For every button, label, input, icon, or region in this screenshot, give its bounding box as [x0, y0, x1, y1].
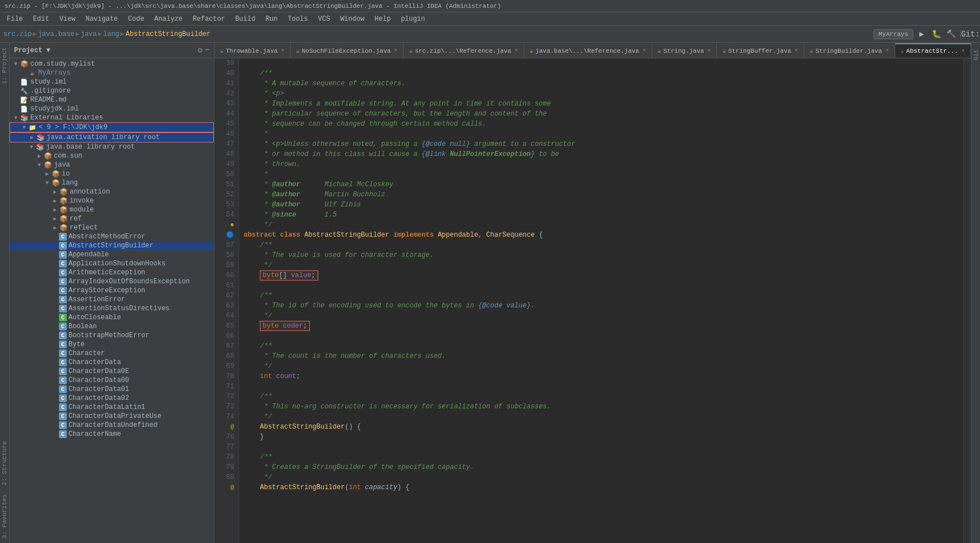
- panel-settings-icon[interactable]: ⚙: [198, 45, 202, 55]
- tree-item-label: CharacterData00: [68, 376, 129, 384]
- tree-item[interactable]: CArithmeticException: [10, 268, 214, 277]
- menu-refactor[interactable]: Refactor: [188, 14, 230, 24]
- tree-item[interactable]: ▶📦module: [10, 205, 214, 214]
- run-button[interactable]: ▶: [915, 28, 928, 40]
- code-line: int count;: [244, 371, 963, 381]
- code-line: * @author Ulf Zibis: [244, 200, 963, 210]
- tree-item-icon: C: [59, 251, 67, 259]
- tab-throwable[interactable]: ☕ Throwable.java ×: [214, 43, 290, 58]
- tree-item[interactable]: CBoolean: [10, 322, 214, 331]
- tab-close-throwable[interactable]: ×: [281, 48, 285, 54]
- project-header-label: Project ▼: [14, 47, 51, 54]
- tab-reference2[interactable]: ☕ java.base\...\Reference.java ×: [524, 43, 652, 58]
- breadcrumb-class[interactable]: AbstractStringBuilder: [126, 30, 210, 38]
- breadcrumb-java[interactable]: java: [81, 30, 97, 38]
- tab-stringbuffer[interactable]: ☕ StringBuffer.java ×: [717, 43, 804, 58]
- breadcrumb-javabase[interactable]: java.base: [38, 30, 75, 38]
- tree-item[interactable]: CArrayIndexOutOfBoundsException: [10, 277, 214, 286]
- tab-favorites[interactable]: 3: Favorites: [0, 490, 9, 543]
- tree-item[interactable]: ▶📦annotation: [10, 187, 214, 196]
- menu-file[interactable]: File: [2, 14, 28, 24]
- tab-abstractstringbuilder[interactable]: ☕ AbstractStr... ×: [895, 43, 971, 58]
- tab-structure[interactable]: 2: Structure: [0, 436, 9, 490]
- tree-item[interactable]: CCharacterData: [10, 358, 214, 367]
- menu-analyze[interactable]: Analyze: [150, 14, 187, 24]
- tree-item[interactable]: CCharacterData02: [10, 394, 214, 403]
- code-line: * sequence can be changed through certai…: [244, 119, 963, 129]
- menu-edit[interactable]: Edit: [29, 14, 54, 24]
- line-gutter: 39404142434445464748495051525354●🔵575859…: [214, 58, 239, 543]
- tree-item[interactable]: 📝README.md: [10, 95, 214, 104]
- tab-git-right[interactable]: Git: [972, 45, 981, 65]
- tree-item-icon: 📄: [20, 105, 29, 113]
- tree-item[interactable]: ▼📚java.base library root: [10, 142, 214, 151]
- tree-item[interactable]: ▶📚java.activation library root: [10, 132, 214, 142]
- tab-nosuchfile[interactable]: ☕ NoSuchFileException.java ×: [291, 43, 404, 58]
- code-line: /**: [244, 392, 963, 402]
- tree-item[interactable]: CCharacterDataPrivateUse: [10, 412, 214, 421]
- tree-item[interactable]: CBootstrapMethodError: [10, 331, 214, 340]
- menu-build[interactable]: Build: [231, 14, 260, 24]
- breadcrumb-lang[interactable]: lang: [103, 30, 120, 38]
- tree-item[interactable]: ▶📦reflect: [10, 223, 214, 232]
- menu-run[interactable]: Run: [261, 14, 282, 24]
- menu-window[interactable]: Window: [336, 14, 369, 24]
- tree-item[interactable]: CArrayStoreException: [10, 286, 214, 295]
- tree-item[interactable]: ▼📦lang: [10, 178, 214, 187]
- tree-item-icon: C: [59, 385, 67, 393]
- tree-item[interactable]: CAutoCloseable: [10, 313, 214, 322]
- run-config[interactable]: MyArrays: [873, 29, 913, 39]
- menu-navigate[interactable]: Navigate: [81, 14, 122, 24]
- tree-item[interactable]: ▼📁< 9 > F:\JDK\jdk9: [10, 122, 214, 132]
- tab-stringbuilder[interactable]: ☕ StringBuilder.java ×: [804, 43, 895, 58]
- tree-item-label: annotation: [70, 188, 110, 196]
- code-line: * The count is the number of characters …: [244, 351, 963, 361]
- tree-item[interactable]: ▼📚External Libraries: [10, 113, 214, 122]
- tree-item[interactable]: CAppendable: [10, 250, 214, 259]
- menu-help[interactable]: Help: [370, 14, 395, 24]
- menu-view[interactable]: View: [55, 14, 80, 24]
- tree-item[interactable]: CCharacterDataUndefined: [10, 421, 214, 430]
- menu-vcs[interactable]: VCS: [314, 14, 335, 24]
- tree-item-label: com.study.mylist: [30, 60, 95, 68]
- tree-item[interactable]: ▶📦io: [10, 169, 214, 178]
- debug-button[interactable]: 🐛: [930, 28, 942, 40]
- tree-item[interactable]: CCharacter: [10, 349, 214, 358]
- tree-item[interactable]: CCharacterData01: [10, 385, 214, 394]
- tree-item[interactable]: ☕MyArrays: [10, 68, 214, 77]
- tree-item[interactable]: CAbstractStringBuilder: [10, 241, 214, 250]
- menu-plugin[interactable]: plugin: [396, 14, 429, 24]
- tree-item[interactable]: CAbstractMethodError: [10, 232, 214, 241]
- tree-item[interactable]: CCharacterDataLatin1: [10, 403, 214, 412]
- tree-item[interactable]: ▶📦com.sun: [10, 151, 214, 160]
- menu-code[interactable]: Code: [123, 14, 149, 24]
- breadcrumb-src[interactable]: src.zip: [3, 30, 31, 38]
- tree-item[interactable]: 📄studyjdk.iml: [10, 104, 214, 113]
- tree-item[interactable]: 📄study.iml: [10, 77, 214, 86]
- menu-tools[interactable]: Tools: [283, 14, 313, 24]
- build-button[interactable]: 🔨: [945, 28, 957, 40]
- tree-item[interactable]: ▼📦com.study.mylist: [10, 59, 214, 68]
- tree-item[interactable]: CCharacterData00: [10, 376, 214, 385]
- tree-arrow-icon: ▶: [35, 153, 43, 159]
- tree-item[interactable]: ▶📦ref: [10, 214, 214, 223]
- tree-item[interactable]: 🔧.gitignore: [10, 86, 214, 95]
- tree-item[interactable]: CApplicationShutdownHooks: [10, 259, 214, 268]
- tree-item[interactable]: CAssertionStatusDirectives: [10, 304, 214, 313]
- tab-reference1[interactable]: ☕ src.zip\...\Reference.java ×: [404, 43, 524, 58]
- tree-item[interactable]: CByte: [10, 340, 214, 349]
- tree-arrow-icon: ▼: [35, 162, 43, 168]
- tree-item-icon: C: [59, 430, 67, 438]
- code-content[interactable]: /** * A mutable sequence of characters. …: [239, 58, 963, 543]
- tree-arrow-icon: ▼: [43, 180, 51, 186]
- tree-item[interactable]: CAssertionError: [10, 295, 214, 304]
- git-label[interactable]: Git:: [964, 28, 977, 40]
- code-line: */: [244, 361, 963, 371]
- tab-string[interactable]: ☕ String.java ×: [652, 43, 717, 58]
- tree-item[interactable]: ▼📦java: [10, 160, 214, 169]
- tree-item[interactable]: CCharacterData0E: [10, 367, 214, 376]
- tree-item[interactable]: ▶📦invoke: [10, 196, 214, 205]
- tree-item[interactable]: CCharacterName: [10, 430, 214, 439]
- panel-minimize-icon[interactable]: −: [205, 45, 209, 55]
- tab-project[interactable]: 1: Project: [0, 43, 9, 89]
